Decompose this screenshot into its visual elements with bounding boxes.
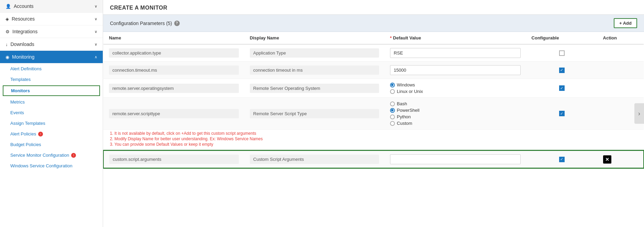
sidebar-sub-events[interactable]: Events	[0, 107, 103, 118]
radio-item[interactable]: Linux or Unix	[390, 89, 521, 94]
col-display-name: Display Name	[244, 32, 385, 44]
sidebar-item-accounts[interactable]: 👤 Accounts ∨	[0, 0, 103, 13]
param-display-name-input[interactable]	[250, 84, 379, 93]
sidebar: 👤 Accounts ∨ ◈ Resources ∨ ⚙ Integration…	[0, 0, 103, 227]
note-item: It is not available by default, click on…	[114, 131, 638, 136]
radio-item[interactable]: Windows	[390, 82, 521, 87]
monitoring-icon: ◉	[5, 55, 9, 60]
config-params-title: Configuration Parameters (5) ?	[110, 21, 180, 26]
sidebar-item-downloads[interactable]: ↓ Downloads ∨	[0, 38, 103, 51]
param-name-input[interactable]	[109, 48, 239, 58]
param-display-name-cell	[244, 98, 385, 130]
radio-item[interactable]: PowerShell	[390, 108, 521, 113]
sidebar-sub-templates[interactable]: Templates	[0, 74, 103, 85]
radio-group: WindowsLinux or Unix	[390, 82, 521, 94]
sidebar-item-resources[interactable]: ◈ Resources ∨	[0, 13, 103, 25]
sidebar-sub-metrics[interactable]: Metrics	[0, 97, 103, 107]
resources-icon: ◈	[5, 16, 9, 22]
add-button[interactable]: + Add	[614, 18, 637, 28]
radio-outer	[390, 83, 395, 87]
radio-label: Bash	[397, 101, 407, 106]
param-action-cell	[598, 79, 644, 98]
radio-item[interactable]: Python	[390, 114, 521, 119]
param-name-cell	[103, 44, 244, 62]
param-default-value-input[interactable]	[390, 65, 521, 75]
param-configurable-cell	[526, 44, 598, 62]
param-configurable-cell: ✓	[526, 151, 598, 168]
param-name-input[interactable]	[109, 109, 239, 118]
accounts-chevron: ∨	[95, 4, 97, 9]
param-name-input[interactable]	[109, 155, 239, 164]
table-row: ✓	[103, 62, 644, 79]
sidebar-item-monitoring[interactable]: ◉ Monitoring ∧	[0, 51, 103, 63]
config-params-title-text: Configuration Parameters (5)	[110, 21, 172, 26]
delete-button[interactable]: ✕	[603, 155, 611, 164]
param-action-cell	[598, 44, 644, 62]
sidebar-item-integrations[interactable]: ⚙ Integrations ∨	[0, 25, 103, 38]
param-configurable-cell: ✓	[526, 98, 598, 130]
param-configurable-cell: ✓	[526, 79, 598, 98]
param-configurable-cell: ✓	[526, 62, 598, 79]
integrations-chevron: ∨	[95, 29, 97, 34]
radio-item[interactable]: Custom	[390, 121, 521, 126]
monitoring-chevron: ∧	[95, 55, 97, 59]
sidebar-sub-alert-definitions[interactable]: Alert Definitions	[0, 63, 103, 74]
accounts-icon: 👤	[5, 4, 11, 9]
checkbox-unchecked[interactable]	[559, 50, 565, 56]
param-default-value-input[interactable]	[390, 154, 521, 164]
checkbox-checked[interactable]: ✓	[559, 157, 565, 162]
assign-templates-label: Assign Templates	[10, 121, 45, 126]
radio-outer	[390, 89, 395, 94]
param-name-input[interactable]	[109, 84, 239, 93]
help-icon[interactable]: ?	[174, 21, 180, 26]
param-display-name-input[interactable]	[250, 48, 379, 58]
checkbox-checked[interactable]: ✓	[559, 111, 565, 116]
param-display-name-cell	[244, 62, 385, 79]
sidebar-sub-assign-templates[interactable]: Assign Templates	[0, 118, 103, 129]
radio-item[interactable]: Bash	[390, 101, 521, 106]
param-name-cell	[103, 98, 244, 130]
checkbox-checked[interactable]: ✓	[559, 68, 565, 73]
param-display-name-input[interactable]	[250, 109, 379, 118]
sidebar-sub-monitors[interactable]: Monitors	[3, 85, 100, 96]
checkbox-container[interactable]: ✓	[532, 85, 592, 91]
table-header-row: Name Display Name * ConfigurableDefault …	[103, 32, 644, 44]
checkbox-container[interactable]	[532, 50, 592, 56]
right-arrow[interactable]: ›	[634, 103, 644, 124]
alert-policies-badge: !	[38, 132, 43, 136]
params-table: Name Display Name * ConfigurableDefault …	[103, 32, 644, 168]
param-action-cell	[598, 62, 644, 79]
radio-outer	[390, 115, 395, 119]
checkbox-container[interactable]: ✓	[532, 68, 592, 73]
checkbox-checked[interactable]: ✓	[559, 85, 565, 91]
param-display-name-input[interactable]	[250, 65, 379, 75]
param-default-value-cell	[385, 44, 526, 62]
param-default-value-cell	[385, 151, 526, 168]
radio-inner	[391, 84, 393, 86]
table-row: ✓✕	[103, 151, 644, 168]
sidebar-sub-windows-service-configuration[interactable]: Windows Service Configuration	[0, 160, 103, 171]
param-default-value-input[interactable]	[390, 48, 521, 58]
param-display-name-cell	[244, 79, 385, 98]
table-row: BashPowerShellPythonCustom✓	[103, 98, 644, 130]
checkbox-container[interactable]: ✓	[532, 111, 592, 116]
sidebar-sub-alert-policies[interactable]: Alert Policies !	[0, 129, 103, 139]
config-params-header: Configuration Parameters (5) ? + Add	[103, 15, 644, 32]
resources-chevron: ∨	[95, 17, 97, 21]
sidebar-sub-budget-policies[interactable]: Budget Policies	[0, 139, 103, 150]
radio-outer	[390, 108, 395, 113]
templates-label: Templates	[10, 77, 31, 82]
checkbox-container[interactable]: ✓	[532, 157, 592, 162]
budget-policies-label: Budget Policies	[10, 142, 41, 147]
param-display-name-input[interactable]	[250, 155, 379, 164]
radio-outer	[390, 101, 395, 106]
param-name-input[interactable]	[109, 65, 239, 75]
metrics-label: Metrics	[10, 99, 25, 105]
radio-label: Custom	[397, 121, 412, 126]
notes-cell: It is not available by default, click on…	[103, 130, 644, 151]
sidebar-sub-service-monitor-configuration[interactable]: Service Monitor Configuration !	[0, 150, 103, 160]
param-display-name-cell	[244, 44, 385, 62]
param-default-value-cell	[385, 62, 526, 79]
param-default-value-cell: WindowsLinux or Unix	[385, 79, 526, 98]
sidebar-item-integrations-label: Integrations	[12, 29, 95, 34]
